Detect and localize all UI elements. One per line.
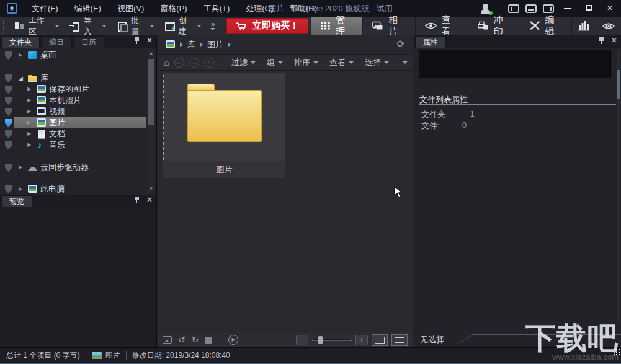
mode-manage[interactable]: 管理 (311, 17, 362, 35)
tree-scrollbar[interactable]: ▲ ▼ (147, 49, 155, 193)
expand-icon[interactable]: ▶ (27, 117, 35, 128)
rotate-left-icon[interactable]: ↺ (178, 335, 185, 344)
preview-pane-icon[interactable] (163, 336, 172, 344)
zoom-in-button[interactable]: + (355, 335, 368, 345)
pin-icon[interactable] (598, 37, 605, 45)
stop-icon[interactable] (205, 337, 212, 344)
home-icon[interactable]: ⌂ (164, 57, 169, 68)
scroll-up-icon[interactable]: ▲ (147, 50, 155, 56)
toolbar-grip[interactable] (2, 19, 6, 33)
expand-icon[interactable]: ▶ (27, 140, 35, 151)
filter-dropdown[interactable]: 过滤 (228, 57, 259, 68)
tree-item-pictures[interactable]: ▶ 图片 (0, 117, 156, 128)
easy-select-icon[interactable] (5, 141, 12, 149)
tree-item-cloud-drives[interactable]: ▶ 云同步驱动器 (0, 162, 156, 173)
zoom-slider-thumb[interactable] (318, 336, 323, 344)
mode-edit[interactable]: 编辑 (520, 17, 571, 35)
close-button[interactable]: ✕ (602, 0, 617, 17)
pin-icon[interactable] (133, 37, 140, 45)
mode-view[interactable]: 查看 (415, 17, 468, 35)
easy-select-icon[interactable] (5, 97, 12, 105)
toolbar-options-icon[interactable] (403, 61, 408, 64)
easy-select-icon[interactable] (5, 108, 12, 116)
workspace-button[interactable]: 工作区 (9, 18, 65, 34)
zoom-slider[interactable] (312, 339, 352, 341)
easy-select-icon[interactable] (5, 86, 12, 94)
expand-icon[interactable]: ▶ (19, 184, 26, 195)
close-icon[interactable]: ✕ (611, 37, 617, 45)
scroll-down-icon[interactable]: ▼ (147, 186, 155, 192)
menu-tools[interactable]: 工具(T) (195, 0, 238, 17)
breadcrumb-arrow-icon (228, 42, 231, 47)
toolbar-overflow-button[interactable]: » (210, 22, 215, 30)
easy-select-icon[interactable] (5, 74, 12, 82)
buy-now-button[interactable]: 立即购买！ (226, 18, 308, 34)
back-icon[interactable]: ← (174, 58, 184, 68)
toggle-right-pane-icon[interactable] (543, 4, 554, 13)
folder-tile-pictures[interactable]: 图片 (163, 73, 285, 178)
pin-icon[interactable] (133, 196, 140, 204)
forward-icon[interactable]: → (189, 58, 199, 68)
easy-select-icon[interactable] (5, 119, 12, 127)
account-icon[interactable] (480, 2, 493, 15)
workspace-label: 工作区 (29, 15, 51, 37)
group-dropdown[interactable]: 组 (264, 57, 286, 68)
expand-icon[interactable]: ▶ (27, 106, 35, 117)
dashboard-button[interactable] (571, 17, 596, 35)
toggle-bottom-pane-icon[interactable] (525, 4, 537, 13)
batch-button[interactable]: 批量 (112, 18, 159, 34)
easy-select-icon[interactable] (5, 164, 12, 172)
tab-properties[interactable]: 属性 (415, 36, 446, 48)
thumbnail-view-button[interactable] (372, 334, 388, 346)
close-icon[interactable]: ✕ (146, 37, 153, 45)
slideshow-icon[interactable]: ▶ (228, 335, 238, 345)
details-view-button[interactable] (391, 334, 408, 346)
zoom-out-button[interactable]: − (296, 335, 308, 345)
sort-dropdown[interactable]: 排序 (291, 57, 321, 68)
app-icon[interactable] (7, 3, 17, 14)
tree-item-this-pc[interactable]: ▶ 此电脑 (0, 184, 156, 195)
tree-item-local-photos[interactable]: ▶ 本机照片 (0, 95, 156, 106)
up-icon[interactable]: ↑ (204, 58, 214, 68)
easy-select-icon[interactable] (5, 130, 12, 138)
tab-calendar[interactable]: 日历 (73, 36, 104, 48)
view-dropdown[interactable]: 查看 (326, 57, 357, 68)
tree-item-desktop[interactable]: ▶ 桌面 (0, 50, 156, 61)
refresh-icon[interactable]: ⟳ (397, 38, 405, 50)
mode-switcher: 管理 相片 查看 (311, 17, 621, 35)
acdsee-365-button[interactable] (596, 17, 621, 35)
expand-icon[interactable]: ▶ (19, 162, 26, 173)
minimize-button[interactable]: — (560, 0, 575, 17)
tab-preview[interactable]: 预览 (1, 195, 32, 207)
expand-icon[interactable]: ▶ (27, 84, 35, 95)
expand-icon[interactable]: ▶ (19, 50, 26, 61)
create-button[interactable]: 创建 (159, 18, 207, 34)
expand-icon[interactable]: ▶ (27, 128, 35, 140)
collapse-icon[interactable]: ◢ (19, 73, 26, 84)
expand-icon[interactable]: ▶ (27, 95, 35, 106)
computer-icon[interactable] (165, 40, 176, 49)
tab-catalog[interactable]: 编目 (41, 36, 72, 48)
properties-scrollbar[interactable] (617, 49, 620, 322)
tree-item-videos[interactable]: ▶ 视频 (0, 106, 156, 117)
tree-item-music[interactable]: ▶ 音乐 (0, 140, 156, 151)
rotate-right-icon[interactable]: ↻ (192, 335, 199, 344)
import-button[interactable]: 导入 (65, 18, 112, 34)
maximize-button[interactable] (581, 0, 596, 17)
scrollbar-thumb[interactable] (617, 70, 620, 99)
scrollbar-thumb[interactable] (148, 59, 154, 125)
toggle-left-pane-icon[interactable] (508, 4, 519, 13)
mode-photos[interactable]: 相片 (362, 17, 415, 35)
tree-item-saved-pictures[interactable]: ▶ 保存的图片 (0, 84, 156, 95)
breadcrumb-pictures[interactable]: 图片 (207, 39, 223, 50)
tree-item-library[interactable]: ◢ 库 (0, 73, 156, 84)
tab-folders[interactable]: 文件夹 (1, 36, 40, 48)
select-dropdown[interactable]: 选择 (362, 57, 392, 68)
easy-select-icon[interactable] (5, 185, 12, 193)
close-icon[interactable]: ✕ (146, 196, 153, 204)
mode-print[interactable]: 冲印 (468, 17, 520, 35)
breadcrumb-library[interactable]: 库 (187, 39, 195, 50)
file-list[interactable]: 图片 (158, 71, 413, 332)
tree-item-documents[interactable]: ▶ 文档 (0, 128, 156, 140)
easy-select-icon[interactable] (5, 51, 12, 60)
